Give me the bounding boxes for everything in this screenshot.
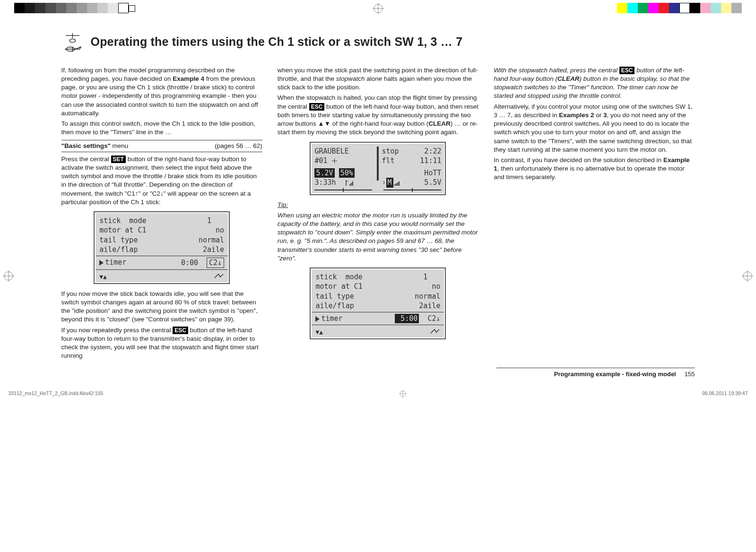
svg-rect-20	[351, 183, 352, 186]
cross-icon	[332, 158, 337, 164]
svg-rect-25	[399, 181, 400, 186]
page-content: Operating the timers using the Ch 1 stic…	[61, 29, 695, 400]
svg-rect-21	[352, 181, 353, 186]
heli-model-icon	[61, 32, 83, 53]
print-marks-top	[0, 2, 756, 15]
svg-rect-22	[394, 184, 395, 186]
c3-p3: In contrast, if you have decided on the …	[494, 156, 695, 182]
page-number: 155	[685, 371, 695, 378]
tip-body: When using an electric motor the motor r…	[278, 211, 478, 263]
main-percent: 50%	[339, 168, 355, 178]
main-volt-left: 5.2V	[314, 168, 334, 178]
svg-rect-19	[349, 184, 350, 186]
s1-switch-box: C2↓	[207, 258, 224, 268]
antenna-icon	[345, 178, 354, 187]
svg-rect-23	[396, 183, 397, 186]
s1-footer-arrows: ▼▲	[99, 271, 224, 281]
s1-row-tail: tail typenormal	[99, 235, 224, 245]
cursor-pointer-icon	[99, 260, 104, 266]
s3-time-inv: 5:00	[395, 314, 419, 323]
page-title: Operating the timers using the Ch 1 stic…	[91, 34, 695, 50]
registration-mark-icon	[373, 3, 384, 14]
c3-p2: Alternatively, if you control your motor…	[494, 103, 695, 154]
registration-mark-right-icon	[742, 270, 753, 282]
lcd-main-display: GRAUBELE #01 5.2V 50% 3:33h stop2:22 flt…	[310, 142, 446, 195]
s3-row-aile: aile/flap2aile	[315, 301, 440, 310]
svg-point-11	[70, 39, 76, 42]
esc-key: ESC	[619, 67, 635, 74]
s1-row-aile: aile/flap2aile	[99, 245, 224, 254]
esc-key: ESC	[309, 103, 325, 111]
cursor-pointer-icon	[315, 316, 320, 322]
registration-mark-bottom-icon	[399, 390, 407, 397]
cmyk-bar	[617, 3, 742, 13]
c3-italic-block: With the stopwatch halted, press the cen…	[494, 66, 695, 101]
esc-key: ESC	[173, 327, 188, 334]
c1-p2: To assign this control switch, move the …	[61, 120, 262, 137]
main-divider	[377, 147, 379, 181]
print-footer: 33112_mx12_HoTT_2_GB.indd Abs42:155 06.0…	[9, 390, 748, 397]
s1-row-stick-mode: stick mode1	[99, 216, 224, 225]
footer-section: Programming example - fixed-wing model	[554, 371, 676, 378]
s3-row-timer: timer 5:00 C2↓	[315, 314, 440, 323]
s3-row-tail: tail typenormal	[315, 292, 440, 301]
m-icon: M	[386, 178, 393, 187]
c1-p5: If you now repeatedly press the central …	[61, 326, 262, 361]
signal-bars-icon	[393, 178, 403, 187]
page-footer: Programming example - fixed-wing model 1…	[496, 368, 695, 379]
lcd-screen-3: stick mode1 motor at C1no tail typenorma…	[310, 267, 446, 339]
menu-reference-row: "Basic settings" menu (pages 56 … 62)	[61, 140, 262, 152]
main-left-pane: GRAUBELE #01 5.2V 50% 3:33h	[314, 147, 374, 188]
main-trim-bars	[314, 190, 441, 192]
c2-p2: When the stopwatch is halted, you can st…	[278, 94, 478, 137]
print-file-name: 33112_mx12_HoTT_2_GB.indd Abs42:155	[9, 390, 104, 397]
s3-row-motor: motor at C1no	[315, 282, 440, 291]
column-1: If, following on from the model programm…	[61, 66, 262, 362]
lcd-screen-1: stick mode1 motor at C1no tail typenorma…	[94, 211, 230, 284]
s3-row-stick-mode: stick mode1	[315, 272, 440, 282]
set-key: SET	[111, 155, 126, 163]
tip-label: Tip:	[278, 201, 478, 209]
c1-p4: If you now move the stick back towards i…	[61, 290, 262, 324]
s1-row-timer: timer 0:00 C2↓	[99, 258, 224, 268]
s3-footer-arrows: ▼▲	[315, 327, 440, 336]
main-right-pane: stop2:22 flt11:11 HoTT ›M 5.5V	[382, 147, 441, 188]
c1-p1: If, following on from the model programm…	[61, 66, 262, 118]
c2-p1: when you move the stick past the switchi…	[278, 66, 478, 92]
c1-p3: Press the central SET button of the righ…	[61, 155, 262, 207]
svg-rect-24	[397, 182, 398, 186]
grayscale-bar	[14, 3, 135, 13]
registration-mark-left-icon	[3, 270, 14, 282]
print-datetime: 06.06.2011 19:39:47	[702, 390, 747, 397]
column-3: With the stopwatch halted, press the cen…	[494, 66, 695, 362]
column-2: when you move the stick past the switchi…	[278, 66, 478, 362]
s1-row-motor: motor at C1no	[99, 225, 224, 235]
